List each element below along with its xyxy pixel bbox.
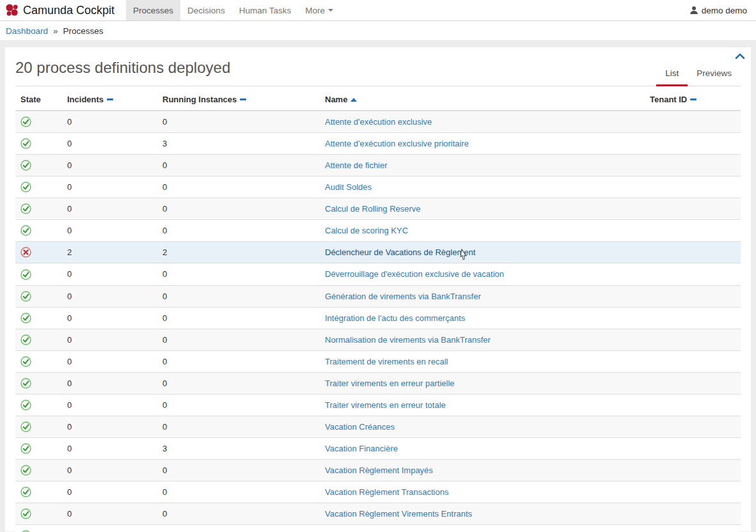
process-definition-link[interactable]: Vacation Règlement Impayés (325, 465, 433, 475)
tenant-id-cell (645, 220, 741, 242)
tenant-id-cell (645, 460, 741, 481)
running-instances-count: 0 (157, 372, 320, 394)
breadcrumb-separator: » (53, 26, 58, 36)
state-icon (20, 443, 31, 454)
incidents-count: 2 (62, 242, 157, 263)
process-definition-link[interactable]: Attente de fichier (325, 160, 388, 170)
tenant-id-cell (645, 329, 741, 350)
incidents-count: 0 (62, 503, 157, 525)
tenant-id-cell (645, 242, 741, 263)
table-row[interactable]: 0 0 Déverrouillage d'exécution exclusive… (15, 263, 741, 285)
nav-tab-processes[interactable]: Processes (126, 0, 180, 20)
running-instances-count: 3 (157, 133, 320, 155)
chevron-down-icon (328, 9, 333, 12)
table-row[interactable]: 0 0 Calcul de scoring KYC (15, 220, 741, 242)
table-row[interactable]: 0 0 Audit Soldes (15, 176, 741, 198)
table-row[interactable]: 0 0 Vacation Règlement Transactions (15, 481, 741, 503)
table-row[interactable]: 0 0 Calcul de Rolling Reserve (15, 198, 741, 220)
table-row[interactable]: 0 0 Génération de virements via BankTran… (15, 285, 741, 307)
column-label: Incidents (67, 95, 104, 104)
sort-dash-icon[interactable] (690, 98, 697, 100)
tab-list[interactable]: List (656, 63, 688, 86)
page-title: 20 process definitions deployed (15, 59, 230, 86)
table-row[interactable]: 0 0 Traitement de virements en recall (15, 350, 741, 372)
column-label: State (20, 95, 41, 104)
running-instances-count: 0 (157, 263, 320, 285)
user-menu[interactable]: demo demo (689, 0, 756, 20)
tab-previews[interactable]: Previews (688, 63, 741, 86)
table-row[interactable]: 0 0 Traiter virements en erreur partiell… (15, 372, 741, 394)
table-row[interactable]: 0 0 Vacation Règlement Impayés (15, 460, 741, 481)
process-definition-link[interactable]: Génération de virements via BankTransfer (325, 292, 481, 301)
process-definition-link[interactable]: Vacation Financière (325, 444, 398, 453)
state-icon (20, 247, 31, 258)
tenant-id-cell (645, 198, 741, 220)
process-definition-link[interactable]: Calcul de Rolling Reserve (325, 204, 421, 214)
table-row[interactable]: 0 0 Traiter virements en erreur totale (15, 394, 741, 416)
incidents-count: 0 (62, 394, 157, 416)
process-definitions-table: State Incidents Running Instances Name T… (15, 86, 741, 532)
process-definition-link[interactable]: Vacation Règlement Virements Entrants (325, 509, 472, 519)
tenant-id-cell (645, 285, 741, 307)
process-definition-link[interactable]: Normalisation de virements via BankTrans… (325, 335, 491, 345)
sort-caret-up-icon[interactable] (350, 98, 357, 102)
process-definition-link[interactable]: Traiter virements en erreur partielle (325, 379, 455, 388)
table-row[interactable]: 0 0 Normalisation de virements via BankT… (15, 329, 741, 350)
running-instances-count: 0 (157, 176, 320, 198)
user-name: demo demo (702, 6, 747, 15)
column-header-incidents[interactable]: Incidents (62, 86, 157, 111)
running-instances-count: 0 (157, 285, 320, 307)
process-definition-link[interactable]: Intégration de l'actu des commerçants (325, 313, 465, 323)
running-instances-count: 0 (157, 503, 320, 525)
table-row[interactable]: 0 3 Vacation Financière (15, 437, 741, 459)
sort-dash-icon[interactable] (107, 98, 113, 100)
table-row[interactable]: 0 0 Vacation Règlement Virements Entrant… (15, 503, 741, 525)
column-header-name[interactable]: Name (320, 86, 645, 111)
incidents-count: 0 (62, 198, 157, 220)
running-instances-count: 0 (157, 198, 320, 220)
process-definition-link[interactable]: Déclencheur de Vacations de Règlement (325, 247, 475, 257)
process-definition-link[interactable]: Vacation Créances (325, 422, 395, 432)
running-instances-count: 0 (157, 481, 320, 503)
incidents-count: 0 (62, 525, 157, 532)
nav-tab-more-label: More (305, 6, 325, 15)
incidents-count: 0 (62, 111, 157, 133)
process-definition-link[interactable]: Attente d'exécution exclusive (325, 117, 432, 127)
process-definition-link[interactable]: Traitement de virements en recall (325, 357, 448, 366)
nav-tab-more[interactable]: More (298, 0, 340, 20)
table-row[interactable]: 0 0 Attente de fichier (15, 155, 741, 176)
process-definition-link[interactable]: Vacation Règlement Transactions (325, 487, 448, 497)
table-row[interactable]: 0 0 Vacation Créances (15, 416, 741, 437)
brand[interactable]: Camunda Cockpit (0, 0, 122, 20)
table-row[interactable]: 0 0 vacation technique (15, 525, 741, 532)
incidents-count: 0 (62, 329, 157, 350)
column-header-state: State (15, 86, 62, 111)
breadcrumb-dashboard-link[interactable]: Dashboard (6, 26, 48, 36)
state-icon (20, 356, 31, 367)
table-row[interactable]: 0 0 Intégration de l'actu des commerçant… (15, 307, 741, 329)
column-header-tenant-id[interactable]: Tenant ID (645, 86, 741, 111)
process-definition-link[interactable]: Traiter virements en erreur totale (325, 400, 446, 410)
table-row[interactable]: 0 0 Attente d'exécution exclusive (15, 111, 741, 133)
table-row[interactable]: 0 3 Attente d'exécution exclusive priori… (15, 133, 741, 155)
process-definition-link[interactable]: Audit Soldes (325, 182, 372, 192)
column-header-running-instances[interactable]: Running Instances (157, 86, 320, 111)
process-definition-link[interactable]: Calcul de scoring KYC (325, 226, 408, 235)
brand-title: Camunda Cockpit (23, 4, 114, 17)
nav-tab-human-tasks[interactable]: Human Tasks (232, 0, 299, 20)
column-label: Tenant ID (650, 95, 687, 104)
table-row[interactable]: 2 2 Déclencheur de Vacations de Règlemen… (15, 242, 741, 263)
tenant-id-cell (645, 525, 741, 532)
main-nav: Processes Decisions Human Tasks More (126, 0, 340, 20)
nav-tab-decisions[interactable]: Decisions (180, 0, 232, 20)
process-definition-link[interactable]: Attente d'exécution exclusive prioritair… (325, 139, 469, 148)
incidents-count: 0 (62, 155, 157, 176)
sort-dash-icon[interactable] (240, 98, 246, 100)
running-instances-count: 0 (157, 460, 320, 481)
incidents-count: 0 (62, 285, 157, 307)
incidents-count: 0 (62, 416, 157, 437)
tenant-id-cell (645, 133, 741, 155)
running-instances-count: 0 (157, 111, 320, 133)
breadcrumb: Dashboard » Processes (0, 21, 756, 41)
process-definition-link[interactable]: Déverrouillage d'exécution exclusive de … (325, 269, 504, 279)
